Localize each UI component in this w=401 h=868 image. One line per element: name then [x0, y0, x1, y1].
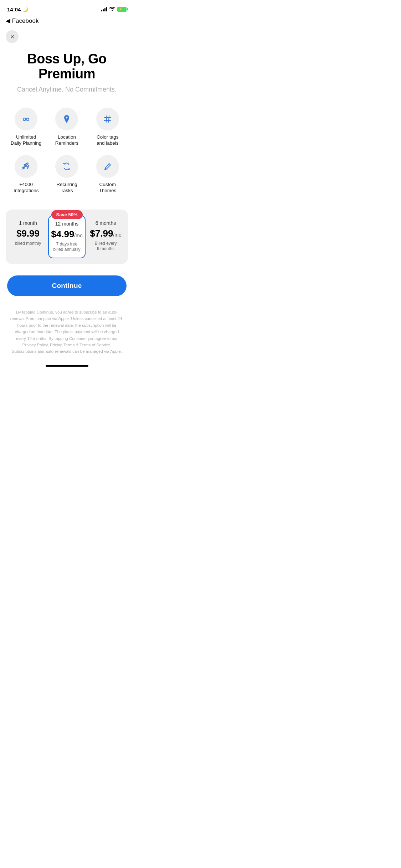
feature-label-unlimited: UnlimitedDaily Planning — [11, 134, 41, 146]
time-display: 14:04 — [7, 6, 21, 12]
feature-label-tags: Color tagsand labels — [97, 134, 119, 146]
home-bar — [46, 365, 88, 367]
plan-duration-biannual: 6 months — [96, 220, 116, 226]
feature-integrations: +4000Integrations — [7, 155, 45, 194]
wifi-icon — [109, 7, 115, 12]
continue-section: Continue — [0, 270, 134, 303]
page-subtitle: Cancel Anytime. No Commitments. — [9, 86, 125, 93]
feature-label-themes: CustomThemes — [99, 181, 116, 194]
pricing-card-annual[interactable]: Save 50% 12 months $4.99/mo 7 days freeb… — [48, 215, 86, 258]
feature-unlimited-daily: UnlimitedDaily Planning — [7, 108, 45, 146]
feature-icon-integrations — [15, 155, 37, 178]
continue-button[interactable]: Continue — [7, 275, 127, 296]
plan-billing-biannual: Billed every6 months — [94, 241, 117, 252]
plan-price-annual: $4.99/mo — [51, 229, 82, 239]
feature-label-location: LocationReminders — [55, 134, 78, 146]
save-badge: Save 50% — [51, 210, 83, 219]
feature-icon-unlimited — [15, 108, 37, 130]
feature-color-tags: Color tagsand labels — [89, 108, 127, 146]
feature-themes: CustomThemes — [89, 155, 127, 194]
per-mo-biannual: /mo — [113, 232, 121, 238]
feature-icon-recurring — [55, 155, 78, 178]
features-grid: UnlimitedDaily Planning LocationReminder… — [0, 98, 134, 201]
svg-point-1 — [105, 168, 106, 169]
close-icon: ✕ — [10, 33, 15, 40]
feature-recurring: RecurringTasks — [48, 155, 86, 194]
per-mo-annual: /mo — [74, 233, 82, 238]
footer-text-1: By tapping Continue, you agree to subscr… — [10, 310, 124, 341]
infinity-icon — [21, 114, 31, 124]
plan-price-biannual: $7.99/mo — [90, 229, 121, 238]
plug-icon — [21, 161, 31, 171]
status-icons: ⚡ — [101, 7, 127, 12]
pricing-cards: 1 month $9.99 billed monthly Save 50% 12… — [6, 210, 128, 264]
feature-location: LocationReminders — [48, 108, 86, 146]
close-area: ✕ — [0, 27, 134, 43]
pricing-card-monthly[interactable]: 1 month $9.99 billed monthly — [10, 215, 46, 258]
moon-icon: 🌙 — [22, 7, 28, 12]
privacy-policy-link[interactable]: Privacy Policy, Pricing Terms — [22, 343, 75, 347]
plan-billing-annual: 7 days freebilled annually — [53, 242, 80, 253]
back-button[interactable]: ◀ Facebook — [6, 17, 38, 25]
page-title: Boss Up, Go Premium — [9, 52, 125, 82]
hashtag-icon — [103, 114, 113, 124]
footer-and: & — [74, 343, 79, 347]
pricing-card-biannual[interactable]: 6 months $7.99/mo Billed every6 months — [88, 215, 124, 258]
plan-price-monthly: $9.99 — [16, 229, 40, 238]
refresh-icon — [62, 161, 72, 171]
home-indicator — [0, 362, 134, 369]
location-icon — [62, 114, 72, 124]
feature-icon-location — [55, 108, 78, 130]
feature-icon-themes — [96, 155, 119, 178]
status-bar: 14:04 🌙 ⚡ — [0, 0, 134, 16]
close-button[interactable]: ✕ — [6, 30, 19, 43]
brush-icon — [103, 161, 113, 171]
feature-label-recurring: RecurringTasks — [56, 181, 77, 194]
status-time: 14:04 🌙 — [7, 6, 28, 12]
tos-link[interactable]: Terms of Service — [79, 343, 110, 347]
pricing-section: 1 month $9.99 billed monthly Save 50% 12… — [0, 201, 134, 270]
footer-text: By tapping Continue, you agree to subscr… — [0, 303, 134, 362]
signal-icon — [101, 7, 107, 11]
plan-duration-monthly: 1 month — [19, 220, 37, 226]
header-section: Boss Up, Go Premium Cancel Anytime. No C… — [0, 43, 134, 98]
back-nav[interactable]: ◀ Facebook — [0, 16, 134, 27]
plan-duration-annual: 12 months — [55, 221, 78, 227]
battery-icon: ⚡ — [117, 7, 127, 12]
feature-label-integrations: +4000Integrations — [14, 181, 39, 194]
feature-icon-tags — [96, 108, 119, 130]
plan-billing-monthly: billed monthly — [15, 241, 41, 247]
